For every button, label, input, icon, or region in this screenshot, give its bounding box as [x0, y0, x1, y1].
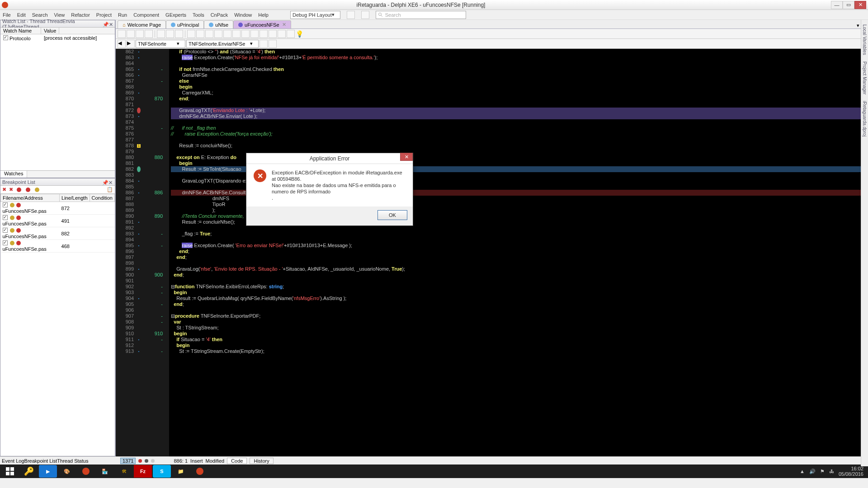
close-button[interactable]: ✕ — [854, 1, 866, 9]
history-tab[interactable]: History — [250, 458, 273, 464]
toolbar-button[interactable] — [269, 40, 277, 48]
toescript-button[interactable] — [187, 30, 195, 38]
menu-project[interactable]: Project — [96, 12, 112, 18]
toolbar-button[interactable] — [127, 30, 135, 38]
rail-local-vars[interactable]: Local Variables — [862, 23, 867, 57]
tray-volume-icon[interactable]: 🔊 — [809, 469, 816, 474]
toolbar-button[interactable] — [166, 30, 174, 38]
task-tools-icon[interactable]: 🛠 — [115, 465, 133, 478]
menu-search[interactable]: Search — [32, 12, 48, 18]
toolbar-button[interactable] — [269, 30, 277, 38]
task-key-icon[interactable]: 🔑 — [20, 465, 38, 478]
layout-button-2[interactable] — [361, 11, 369, 19]
tab-unfse[interactable]: uNfse — [204, 20, 233, 28]
start-button[interactable] — [1, 465, 19, 478]
rail-project-manager[interactable]: Project Manager — [862, 60, 867, 96]
dialog-close-button[interactable]: ✕ — [400, 153, 413, 161]
watch-check[interactable] — [3, 35, 8, 40]
task-app-icon[interactable] — [77, 465, 95, 478]
tray-network-icon[interactable]: 🖧 — [829, 469, 834, 474]
menu-gexperts[interactable]: GExperts — [165, 12, 186, 18]
toolbar-button[interactable] — [118, 30, 126, 38]
task-app2-icon[interactable] — [191, 465, 209, 478]
task-paint-icon[interactable]: 🎨 — [58, 465, 76, 478]
code-tab[interactable]: Code — [227, 458, 247, 464]
tab-welcome[interactable]: ⌂Welcome Page — [118, 20, 166, 28]
tab-ufuncoesnfse[interactable]: uFuncoesNFSe✕ — [233, 20, 291, 28]
maximize-button[interactable]: ▭ — [843, 1, 854, 9]
menu-file[interactable]: File — [3, 12, 11, 18]
menubar: File Edit Search View Refactor Project R… — [0, 10, 868, 20]
nav-fwd-button[interactable]: ▶ — [127, 40, 135, 48]
clock[interactable]: 16:0205/08/2016 — [839, 466, 863, 477]
bp-col-cond[interactable]: Condition — [90, 194, 114, 202]
toolbar-button[interactable] — [232, 30, 241, 38]
toolbar-button[interactable] — [259, 30, 268, 38]
dialog-ok-button[interactable]: OK — [377, 210, 407, 220]
toolbar-button[interactable] — [259, 40, 268, 48]
toolbar-button[interactable] — [241, 30, 250, 38]
toolbar-button[interactable] — [214, 30, 222, 38]
toolbar-button[interactable] — [136, 30, 144, 38]
class-combo[interactable]: TNFSeInorte▾ — [136, 40, 185, 48]
toolbar-icon[interactable]: 📋 — [107, 187, 113, 192]
layout-button-1[interactable] — [347, 11, 355, 19]
bp-row[interactable]: uFuncoesNFSe.pas882 — [1, 227, 115, 240]
pin-icon[interactable]: 📌 — [103, 22, 107, 26]
menu-view[interactable]: View — [54, 12, 65, 18]
bulb-icon[interactable]: 💡 — [296, 30, 303, 38]
tray-flag-icon[interactable]: ⚑ — [820, 469, 825, 474]
code-editor[interactable]: 8628638648658668678688698708718728738748… — [116, 49, 868, 456]
nav-back-button[interactable]: ◀ — [118, 40, 126, 48]
bp-col-file[interactable]: Filename/Address — [1, 194, 60, 202]
task-explorer-icon[interactable]: 📁 — [172, 465, 190, 478]
toolbar-button[interactable] — [250, 30, 259, 38]
menu-run[interactable]: Run — [118, 12, 127, 18]
task-wmp-icon[interactable]: ▶ — [39, 465, 57, 478]
debug-layout-combo[interactable]: Debug PH Layout▾ — [290, 11, 340, 19]
bp-row[interactable]: uFuncoesNFSe.pas468 — [1, 240, 115, 253]
toolbar-button[interactable] — [287, 30, 295, 38]
menu-component[interactable]: Component — [133, 12, 159, 18]
menu-edit[interactable]: Edit — [17, 12, 26, 18]
tab-uprincipal[interactable]: uPrincipal — [166, 20, 204, 28]
bp-icon[interactable] — [26, 188, 30, 192]
menu-cnpack[interactable]: CnPack — [211, 12, 228, 18]
watch-col-value[interactable]: Value — [41, 28, 59, 34]
bp-row[interactable]: uFuncoesNFSe.pas491 — [1, 215, 115, 227]
menu-tools[interactable]: Tools — [193, 12, 204, 18]
toolbar-button[interactable] — [278, 30, 286, 38]
minimize-button[interactable]: — — [831, 1, 843, 9]
task-store-icon[interactable]: 🏪 — [96, 465, 114, 478]
method-combo[interactable]: TNFSeInorte.EnviarNFSe▾ — [186, 40, 259, 48]
bp-icon[interactable] — [17, 188, 21, 192]
tab-eventlog[interactable]: Event Log — [2, 458, 24, 464]
tab-threadstatus[interactable]: Thread Status — [57, 458, 88, 464]
watch-tab[interactable]: Watches — [0, 171, 27, 178]
tabs-dropdown-icon[interactable]: ▾ — [857, 23, 859, 28]
menu-refactor[interactable]: Refactor — [71, 12, 90, 18]
tab-close-icon[interactable]: ✕ — [282, 22, 286, 28]
tab-breakpointlist[interactable]: Breakpoint List — [24, 458, 57, 464]
bp-col-line[interactable]: Line/Length — [60, 194, 90, 202]
task-filezilla-icon[interactable]: Fz — [134, 465, 152, 478]
toolbar-button[interactable] — [145, 30, 153, 38]
menu-help[interactable]: Help — [258, 12, 269, 18]
bp-row[interactable]: uFuncoesNFSe.pas872 — [1, 202, 115, 215]
watch-col-name[interactable]: Watch Name — [0, 28, 41, 34]
tray-up-icon[interactable]: ▲ — [800, 469, 805, 474]
panel-close-icon[interactable]: ✕ — [109, 22, 113, 26]
rail-project[interactable]: iRetaguarda.dproj — [862, 99, 867, 139]
toolbar-button[interactable] — [223, 30, 231, 38]
toolbar-button[interactable] — [157, 30, 165, 38]
toolbar-button[interactable] — [175, 30, 183, 38]
toolbar-button[interactable] — [205, 30, 213, 38]
task-skype-icon[interactable]: S — [153, 465, 171, 478]
menu-window[interactable]: Window — [234, 12, 252, 18]
watch-row[interactable]: Protocolo [process not accessible] — [0, 34, 115, 42]
search-input[interactable]: Search — [376, 11, 466, 19]
panel-close-icon[interactable]: ✕ — [108, 180, 113, 184]
toolbar-button[interactable] — [196, 30, 204, 38]
pin-icon[interactable]: 📌 — [102, 180, 107, 184]
bp-icon[interactable] — [35, 188, 39, 192]
